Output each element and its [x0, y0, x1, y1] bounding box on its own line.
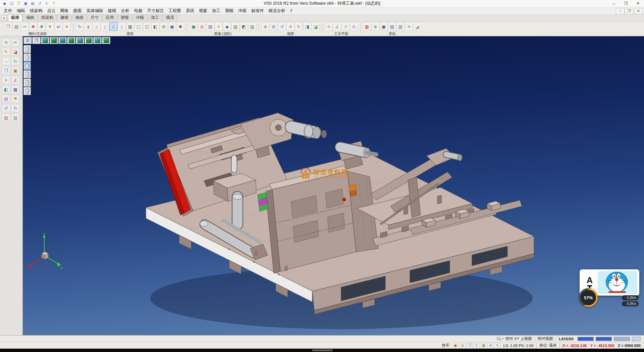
help-icon[interactable]: ? [51, 1, 57, 6]
menu-item[interactable]: 模流分析 [266, 7, 288, 14]
redraw-icon[interactable]: ↻ [76, 22, 84, 31]
active-layer-label[interactable]: LAYER0 [559, 337, 574, 341]
view-dropdown-icon[interactable]: ▾ [502, 337, 503, 340]
box-mode-icon[interactable]: ◫ [143, 22, 151, 31]
attr-match-icon[interactable]: ⇄ [54, 22, 62, 31]
array-icon[interactable]: ▦ [11, 85, 19, 93]
monitor-icon[interactable]: ▣ [380, 22, 388, 31]
taskbar-app-button[interactable] [312, 349, 333, 351]
swatch-icon[interactable]: ▨ [2, 114, 10, 122]
refresh-status-icon[interactable]: ↻ [494, 343, 500, 348]
undo-tool-icon[interactable]: ↺ [2, 104, 10, 112]
zoom-window-icon[interactable]: ⊞ [270, 22, 278, 31]
menu-item[interactable]: ? [288, 8, 295, 14]
iso-view-icon-1[interactable] [41, 37, 49, 44]
attr-cut-icon[interactable]: ✂ [21, 22, 29, 31]
toolbar-tab[interactable]: 曲面 [72, 14, 87, 21]
toolbar-tab[interactable]: 加工 [148, 14, 162, 21]
menu-item[interactable]: 系统 [183, 7, 197, 14]
layer-color-4[interactable] [632, 337, 641, 341]
cpu-gauge[interactable]: 57% [579, 288, 598, 307]
snowflake-icon[interactable]: ✳ [405, 22, 413, 31]
menu-item[interactable]: 建模 [106, 7, 119, 14]
attr-print-icon[interactable]: ▤ [12, 22, 20, 31]
menu-item[interactable]: 标准件 [249, 7, 266, 14]
shadow-icon[interactable]: ◩ [240, 22, 248, 31]
mdi-close-button[interactable]: ✕ [634, 8, 643, 14]
zoom-fit-icon[interactable]: ⊕ [261, 22, 269, 31]
light-icon[interactable]: ✦ [215, 22, 223, 31]
maximize-button[interactable]: ❐ [620, 0, 632, 7]
workplane-normal-icon[interactable]: ↗ [341, 22, 350, 31]
cylinder-wire-icon[interactable]: ▯ [93, 22, 101, 31]
menu-item[interactable]: 塑模 [223, 7, 236, 14]
angle-icon[interactable]: ∠ [11, 76, 19, 84]
toolbar-tab[interactable]: 尺寸 [87, 14, 102, 21]
network-speed-widget[interactable]: A 57% [579, 269, 639, 307]
erase-icon[interactable]: ◪ [11, 48, 19, 56]
units-readout[interactable]: 单位: 毫米 [539, 343, 557, 348]
iso-view-icon-8[interactable] [102, 37, 110, 44]
display-settings-icon[interactable]: ✱ [176, 22, 184, 31]
toolbar-tab[interactable]: 塑模 [117, 14, 132, 21]
grid-view-icon[interactable]: ⊞ [160, 22, 168, 31]
entity-filter-icon-6[interactable] [23, 87, 31, 95]
material-icon[interactable]: ◆ [223, 22, 231, 31]
grid-status-icon[interactable]: ▦ [480, 343, 486, 348]
toolbar-tab[interactable]: 建模 [57, 14, 72, 21]
menu-item[interactable]: 冲模 [236, 7, 249, 14]
menu-item[interactable]: 文件 [1, 7, 14, 14]
redo-icon[interactable]: ↻ [44, 1, 50, 6]
calculator-icon[interactable]: ▤ [388, 22, 396, 31]
toolbar-tab[interactable]: 应用 [102, 14, 117, 21]
view-iso-icon[interactable]: ◪ [312, 22, 320, 31]
layers-icon[interactable]: ▤ [2, 95, 10, 103]
redo-tool-icon[interactable]: ↻ [11, 104, 19, 112]
rotate-icon[interactable]: ↻ [11, 57, 19, 65]
menu-item[interactable]: 视窗 [197, 7, 210, 14]
toolbar-tab[interactable]: 冲模 [132, 14, 147, 21]
save-file-icon[interactable]: ▣ [22, 1, 29, 6]
workplane-align-icon[interactable]: ∠ [333, 22, 341, 31]
menu-item[interactable]: 点云 [45, 7, 58, 14]
stereo-icon[interactable]: ◎ [198, 22, 206, 31]
ramp-icon[interactable]: ◢ [413, 22, 421, 31]
menu-item[interactable]: 线架构 [28, 7, 45, 14]
image-status-icon[interactable]: ▤ [459, 343, 465, 348]
layer-color-3[interactable] [614, 337, 630, 341]
viewport[interactable]: ☰❐ 智造资料网 INTELLIGENT MANUFACTURING DATA [23, 36, 644, 335]
copy-icon[interactable]: ❐ [2, 67, 10, 75]
mdi-minimize-button[interactable]: ─ [616, 8, 625, 14]
minimize-button[interactable]: ─ [608, 0, 620, 7]
iso-view-icon-3[interactable] [58, 37, 67, 44]
color-palette-icon[interactable]: ▦ [363, 22, 371, 31]
windows-taskbar[interactable] [0, 349, 644, 352]
shade-mode-icon[interactable]: ▦ [126, 22, 134, 31]
toolbar-tab[interactable]: 标准 [8, 14, 22, 21]
edit-lock-icon[interactable]: ▣ [452, 343, 458, 348]
background-icon[interactable]: ▧ [248, 22, 256, 31]
move-icon[interactable]: ↔ [2, 57, 10, 65]
entity-filter-icon-5[interactable] [23, 79, 31, 87]
filter-funnel-icon[interactable]: ▼ [46, 22, 54, 31]
section-mode-icon[interactable]: ◧ [151, 22, 159, 31]
pencil-icon[interactable]: ✎ [2, 48, 10, 56]
layer-color-2[interactable] [596, 337, 612, 341]
measure-icon[interactable]: ⌗ [2, 76, 10, 84]
cylinder-dynamic-icon[interactable]: ▯ [118, 22, 126, 31]
menu-item[interactable]: 实体编辑 [84, 7, 106, 14]
toolbar-tab[interactable]: 编辑 [23, 14, 38, 21]
menu-item[interactable]: 工程图 [166, 7, 184, 14]
help-status-icon[interactable]: 2 [473, 343, 479, 348]
pick-icon[interactable]: ✛ [2, 38, 10, 46]
view-list-icon[interactable]: ☰ [23, 37, 32, 44]
mdi-restore-button[interactable]: ❐ [625, 8, 634, 14]
render-icon[interactable]: ▣ [190, 22, 198, 31]
new-file-icon[interactable]: ❏ [8, 1, 15, 6]
cylinder-ghost-icon[interactable]: ▯ [109, 22, 117, 31]
cad-model-svg[interactable] [23, 36, 644, 335]
globe-icon[interactable]: ⊕ [371, 22, 379, 31]
menu-item[interactable]: 曲面 [71, 7, 84, 14]
iso-view-icon-5[interactable] [76, 37, 84, 44]
table-icon[interactable]: ▥ [396, 22, 405, 31]
